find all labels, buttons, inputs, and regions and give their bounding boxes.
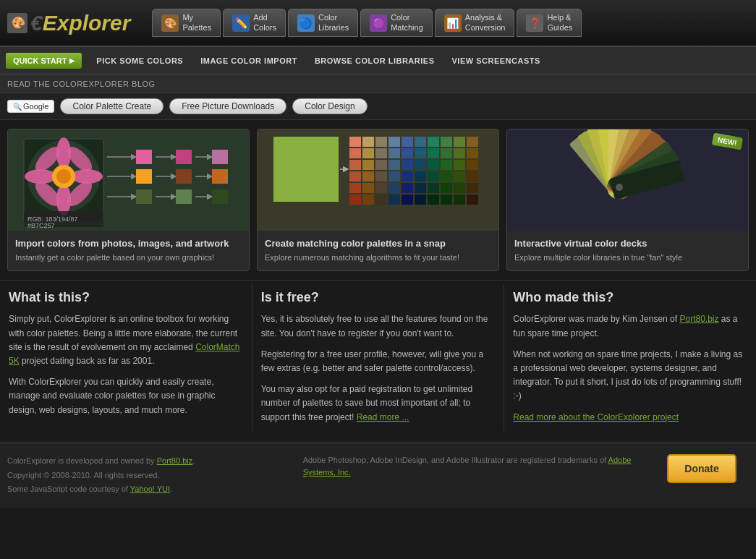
what-title: What is this? bbox=[9, 290, 243, 305]
free-title: Is it free? bbox=[261, 290, 496, 305]
svg-rect-54 bbox=[349, 160, 361, 170]
read-more-link[interactable]: Read more ... bbox=[357, 412, 409, 422]
feature-decks-image: Sigma 15 Sigma 22 Sigma 23 Sigma 25 Sigm… bbox=[507, 129, 748, 231]
nav-browse-libraries[interactable]: BROWSE COLOR LIBRARIES bbox=[306, 47, 443, 74]
feature-decks-title: Interactive virtual color decks bbox=[514, 238, 741, 249]
svg-rect-85 bbox=[362, 195, 374, 205]
features: RGB: 183/194/87 #B7C257 Import colors fr… bbox=[0, 120, 756, 280]
svg-rect-43 bbox=[467, 137, 478, 147]
second-nav: READ THE COLOREXPLORER BLOG bbox=[0, 74, 756, 93]
svg-rect-92 bbox=[454, 195, 465, 205]
svg-rect-25 bbox=[212, 150, 228, 164]
quick-start-badge[interactable]: QUICK START ▶ bbox=[6, 53, 82, 69]
colormatch-link[interactable]: ColorMatch 5K bbox=[9, 342, 239, 366]
who-title: Who made this? bbox=[513, 290, 747, 305]
svg-rect-47 bbox=[388, 148, 400, 158]
logo-text: € bbox=[30, 11, 43, 35]
google-label: Google bbox=[23, 102, 48, 111]
footer-yui-link[interactable]: Yahoo! YUI bbox=[130, 485, 170, 493]
svg-rect-63 bbox=[467, 160, 478, 170]
logo-main: Explorer bbox=[43, 11, 131, 35]
feature-import-info: Import colors from photos, images, and a… bbox=[8, 231, 249, 270]
matching-icon: 🟣 bbox=[370, 14, 387, 32]
tab-add-colors[interactable]: ✏️ AddColors bbox=[223, 9, 286, 36]
svg-rect-19 bbox=[176, 150, 192, 164]
matching-label: ColorMatching bbox=[391, 13, 423, 32]
feature-palette-info: Create matching color palettes in a snap… bbox=[258, 231, 498, 270]
search-tab-pictures[interactable]: Free Picture Downloads bbox=[169, 98, 286, 114]
google-button[interactable]: 🔍 Google bbox=[7, 100, 54, 113]
palette-illustration bbox=[270, 133, 487, 227]
svg-rect-83 bbox=[467, 183, 478, 193]
tab-color-libraries[interactable]: 🔵 ColorLibraries bbox=[288, 9, 358, 36]
svg-rect-29 bbox=[212, 189, 228, 204]
svg-rect-37 bbox=[388, 137, 400, 147]
nav-tabs: 🎨 MyPalettes ✏️ AddColors 🔵 ColorLibrari… bbox=[152, 9, 582, 36]
tab-color-matching[interactable]: 🟣 ColorMatching bbox=[360, 9, 433, 36]
svg-rect-81 bbox=[441, 183, 452, 193]
svg-rect-65 bbox=[362, 171, 374, 182]
blog-link[interactable]: READ THE COLOREXPLORER BLOG bbox=[7, 80, 156, 88]
google-icon: 🔍 bbox=[13, 103, 22, 111]
svg-rect-61 bbox=[441, 160, 452, 170]
svg-rect-53 bbox=[467, 148, 478, 158]
svg-rect-58 bbox=[402, 160, 413, 170]
tab-help[interactable]: ❓ Help &Guides bbox=[517, 9, 582, 36]
port80-link[interactable]: Port80.biz bbox=[679, 314, 718, 324]
section-what: What is this? Simply put, ColorExplorer … bbox=[7, 284, 252, 431]
who-para2: When not working on spare time projects,… bbox=[513, 348, 747, 404]
free-para1: Yes, it is absolutely free to use all th… bbox=[261, 312, 496, 340]
svg-rect-44 bbox=[349, 148, 361, 158]
colorexplorer-project-link[interactable]: Read more about the ColorExplorer projec… bbox=[513, 412, 679, 422]
decks-illustration: Sigma 15 Sigma 22 Sigma 23 Sigma 25 Sigm… bbox=[507, 129, 731, 231]
search-bar: 🔍 Google Color Palette Create Free Pictu… bbox=[0, 93, 756, 120]
add-label: AddColors bbox=[253, 13, 276, 32]
svg-point-114 bbox=[616, 184, 623, 191]
svg-rect-91 bbox=[441, 195, 452, 205]
logo: 🎨 €Explorer bbox=[7, 11, 130, 35]
footer-adobe-link[interactable]: Adobe Systems, Inc. bbox=[303, 456, 632, 477]
svg-rect-88 bbox=[402, 195, 413, 205]
svg-rect-27 bbox=[212, 169, 228, 184]
logo-icon-shape: 🎨 bbox=[7, 13, 27, 33]
tab-analysis[interactable]: 📊 Analysis &Conversion bbox=[435, 9, 515, 36]
svg-rect-17 bbox=[136, 189, 152, 204]
tab-my-palettes[interactable]: 🎨 MyPalettes bbox=[152, 9, 221, 36]
svg-rect-90 bbox=[428, 195, 439, 205]
svg-rect-50 bbox=[428, 148, 439, 158]
footer: ColorExplorer is developed and owned by … bbox=[0, 443, 756, 508]
nav-screencasts[interactable]: VIEW SCREENCASTS bbox=[443, 47, 549, 74]
svg-rect-40 bbox=[428, 137, 439, 147]
svg-rect-38 bbox=[402, 137, 413, 147]
svg-rect-15 bbox=[136, 169, 152, 184]
feature-palette-title: Create matching color palettes in a snap bbox=[265, 238, 491, 249]
svg-rect-70 bbox=[428, 171, 439, 182]
svg-rect-60 bbox=[428, 160, 439, 170]
svg-point-11 bbox=[56, 169, 71, 184]
libraries-icon: 🔵 bbox=[297, 14, 315, 32]
what-para1: Simply put, ColorExplorer is an online t… bbox=[9, 312, 243, 368]
search-tab-palette[interactable]: Color Palette Create bbox=[60, 98, 163, 114]
free-para2: Registering for a free user profile, how… bbox=[261, 348, 496, 375]
what-para2: With ColorExplorer you can quickly and e… bbox=[9, 375, 243, 417]
svg-rect-93 bbox=[467, 195, 478, 205]
footer-port80-link[interactable]: Port80.biz bbox=[157, 456, 193, 465]
nav-pick-colors[interactable]: PICK SOME COLORS bbox=[88, 47, 192, 74]
who-para3: Read more about the ColorExplorer projec… bbox=[513, 411, 747, 424]
nav-image-color[interactable]: IMAGE COLOR IMPORT bbox=[192, 47, 306, 74]
free-para3: You may also opt for a paid registration… bbox=[261, 383, 496, 424]
footer-col2: Adobe Photoshop, Adobe InDesign, and Ado… bbox=[303, 454, 640, 479]
feature-import-image: RGB: 183/194/87 #B7C257 bbox=[8, 129, 249, 231]
svg-rect-23 bbox=[176, 189, 192, 204]
palettes-icon: 🎨 bbox=[161, 14, 179, 32]
svg-rect-87 bbox=[388, 195, 400, 205]
svg-rect-76 bbox=[375, 183, 387, 193]
search-tab-design[interactable]: Color Design bbox=[292, 98, 367, 114]
svg-rect-73 bbox=[467, 171, 478, 182]
svg-text:#B7C257: #B7C257 bbox=[27, 222, 55, 229]
feature-decks-desc: Explore multiple color libraries in true… bbox=[514, 252, 741, 263]
svg-rect-59 bbox=[415, 160, 426, 170]
feature-palette-desc: Explore numerous matching algorithms to … bbox=[265, 252, 491, 263]
donate-button[interactable]: Donate bbox=[667, 454, 736, 483]
footer-yui: Some JavaScript code courtesy of Yahoo! … bbox=[7, 482, 289, 497]
